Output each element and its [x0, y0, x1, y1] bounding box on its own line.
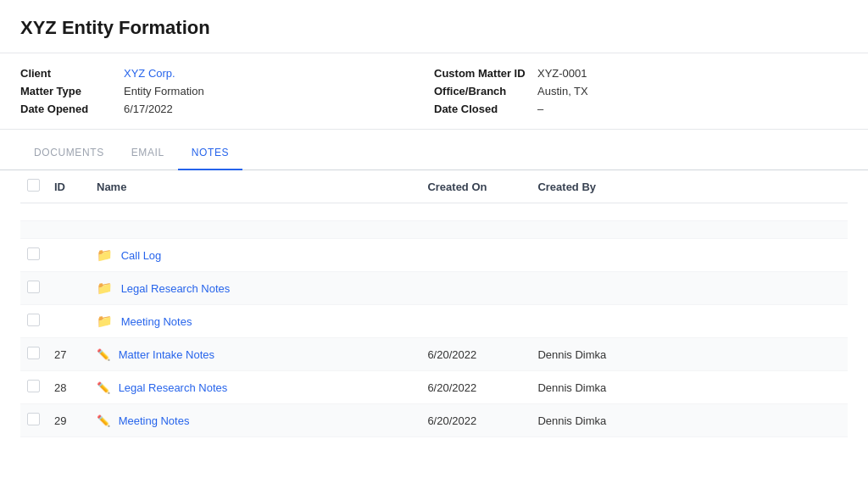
office-branch-row: Office/Branch Austin, TX — [434, 85, 848, 97]
note-27-name[interactable]: Matter Intake Notes — [119, 348, 214, 361]
note-27-id: 27 — [47, 338, 90, 371]
pencil-icon: ✏️ — [97, 381, 110, 394]
date-opened-label: Date Opened — [20, 103, 114, 115]
note-27-created-on: 6/20/2022 — [420, 338, 531, 371]
tab-notes[interactable]: NOTES — [178, 136, 242, 170]
note-28-checkbox[interactable] — [27, 380, 40, 392]
folder-row-legal-research: 📁 Legal Research Notes — [20, 272, 848, 305]
folder-row-call-log: 📁 Call Log — [20, 239, 848, 272]
table-body: 📁 Call Log 📁 Legal Research Notes — [20, 203, 848, 437]
date-opened-value: 6/17/2022 — [124, 103, 173, 115]
custom-matter-id-value: XYZ-0001 — [537, 67, 587, 80]
folder-row-meeting-notes: 📁 Meeting Notes — [20, 305, 848, 338]
folder-meetingnotes-name[interactable]: Meeting Notes — [121, 315, 192, 328]
folder-calllog-checkbox[interactable] — [27, 247, 40, 260]
notes-table: ID Name Created On Created By — [20, 170, 848, 437]
office-branch-label: Office/Branch — [434, 85, 527, 97]
note-29-name[interactable]: Meeting Notes — [119, 414, 190, 427]
note-28-created-on: 6/20/2022 — [420, 371, 531, 404]
custom-matter-id-row: Custom Matter ID XYZ-0001 — [434, 67, 848, 80]
matter-type-label: Matter Type — [20, 85, 114, 97]
page-title: XYZ Entity Formation — [20, 17, 848, 39]
page-title-section: XYZ Entity Formation — [0, 0, 868, 53]
folder-icon: 📁 — [97, 247, 113, 262]
custom-matter-id-label: Custom Matter ID — [434, 67, 527, 80]
folder-legalresearch-name[interactable]: Legal Research Notes — [121, 282, 231, 295]
note-28-created-by: Dennis Dimka — [531, 371, 848, 404]
tab-email[interactable]: EMAIL — [118, 136, 178, 170]
note-row-29: 29 ✏️ Meeting Notes 6/20/2022 Dennis Dim… — [20, 404, 848, 437]
notes-table-wrapper: ID Name Created On Created By — [0, 170, 868, 437]
folder-meetingnotes-checkbox[interactable] — [27, 314, 40, 326]
note-row-27: 27 ✏️ Matter Intake Notes 6/20/2022 Denn… — [20, 338, 848, 371]
note-29-created-by: Dennis Dimka — [531, 404, 848, 437]
date-closed-value: – — [537, 103, 543, 115]
pencil-icon: ✏️ — [97, 348, 110, 361]
client-label: Client — [20, 67, 114, 80]
folder-legalresearch-checkbox[interactable] — [27, 281, 40, 293]
note-27-created-by: Dennis Dimka — [531, 338, 848, 371]
note-29-id: 29 — [47, 404, 90, 437]
date-closed-label: Date Closed — [434, 103, 527, 115]
note-28-id: 28 — [47, 371, 90, 404]
matter-details-right: Custom Matter ID XYZ-0001 Office/Branch … — [434, 67, 848, 115]
matter-details-left: Client XYZ Corp. Matter Type Entity Form… — [20, 67, 434, 115]
matter-type-value: Entity Formation — [124, 85, 204, 97]
note-29-checkbox[interactable] — [27, 413, 40, 425]
page-wrapper: XYZ Entity Formation Client XYZ Corp. Ma… — [0, 0, 868, 478]
folder-icon: 📁 — [97, 314, 113, 328]
folder-icon: 📁 — [97, 281, 113, 295]
header-checkbox[interactable] — [27, 179, 40, 192]
note-27-checkbox[interactable] — [27, 347, 40, 359]
client-value[interactable]: XYZ Corp. — [124, 67, 175, 80]
header-name: Name — [90, 170, 420, 203]
header-id: ID — [47, 170, 90, 203]
folder-calllog-name[interactable]: Call Log — [121, 249, 162, 262]
tabs-bar: DOCUMENTS EMAIL NOTES — [0, 136, 868, 170]
date-closed-row: Date Closed – — [434, 103, 848, 115]
matter-details: Client XYZ Corp. Matter Type Entity Form… — [0, 53, 868, 130]
tab-documents[interactable]: DOCUMENTS — [20, 136, 118, 170]
skeleton-row-1 — [20, 203, 848, 221]
client-row: Client XYZ Corp. — [20, 67, 434, 80]
header-created-by: Created By — [531, 170, 848, 203]
header-created-on: Created On — [420, 170, 531, 203]
matter-type-row: Matter Type Entity Formation — [20, 85, 434, 97]
pencil-icon: ✏️ — [97, 414, 110, 427]
note-29-created-on: 6/20/2022 — [420, 404, 531, 437]
office-branch-value: Austin, TX — [537, 85, 588, 97]
table-header-row: ID Name Created On Created By — [20, 170, 848, 203]
note-row-28: 28 ✏️ Legal Research Notes 6/20/2022 Den… — [20, 371, 848, 404]
skeleton-row-2 — [20, 221, 848, 239]
note-28-name[interactable]: Legal Research Notes — [119, 381, 228, 394]
date-opened-row: Date Opened 6/17/2022 — [20, 103, 434, 115]
header-check — [20, 170, 47, 203]
